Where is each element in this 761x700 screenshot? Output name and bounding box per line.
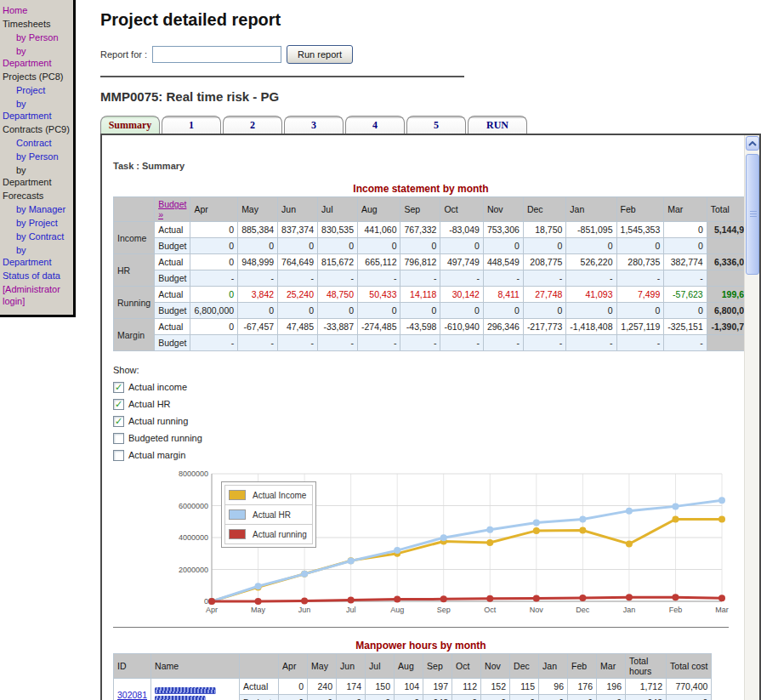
value-cell: - (440, 335, 483, 351)
value-cell: 104 (395, 679, 423, 695)
value-cell: 96 (539, 679, 568, 695)
income-line-chart: 02000000400000060000008000000AprMayJunJu… (173, 470, 739, 622)
tab-run[interactable]: RUN (468, 116, 527, 134)
sidebar-item-home[interactable]: Home (3, 3, 71, 17)
sidebar-item-administrator-login[interactable]: [Administrator login] (3, 282, 71, 308)
tab-2[interactable]: 2 (223, 116, 282, 134)
svg-text:Mar: Mar (715, 606, 729, 614)
checkbox-row-actual-margin[interactable]: Actual margin (113, 447, 729, 464)
checkbox-unchecked-icon[interactable] (113, 450, 124, 461)
person-id-cell: 302081 (114, 679, 151, 700)
report-for-input[interactable] (152, 46, 281, 63)
month-header-dec: Dec (523, 197, 565, 222)
tab-1[interactable]: 1 (162, 116, 221, 134)
legend-entry-actual-running: Actual running (224, 524, 313, 544)
run-report-button[interactable]: Run report (287, 45, 353, 64)
value-cell: 0 (190, 238, 238, 254)
value-cell: - (523, 270, 565, 287)
sidebar-item-by-person[interactable]: by Person (3, 150, 71, 163)
month-header-aug: Aug (358, 197, 400, 222)
svg-text:4000000: 4000000 (179, 533, 208, 542)
checkbox-checked-icon[interactable]: ✓ (113, 416, 124, 427)
sidebar-item-by-project[interactable]: by Project (3, 216, 71, 230)
value-cell: - (318, 335, 358, 351)
svg-text:May: May (251, 606, 266, 614)
value-cell: - (318, 270, 358, 287)
month-header-apr: Apr (190, 197, 238, 222)
value-cell: 0 (190, 287, 238, 303)
checkbox-row-actual-income[interactable]: ✓Actual income (113, 378, 729, 396)
data-point (672, 594, 679, 600)
month-header-may: May (308, 654, 337, 679)
header-divider (100, 76, 464, 77)
budget-link[interactable]: Budget » (158, 199, 186, 219)
panel-content: Task : Summary Income statement by month… (102, 135, 759, 700)
legend-entry-actual-hr: Actual HR (224, 504, 313, 525)
value-cell: - (400, 270, 440, 287)
panel-scrollbar[interactable] (744, 135, 759, 700)
thumb-grip (750, 213, 757, 214)
sidebar-item-by-person[interactable]: by Person (3, 31, 71, 44)
tab-4[interactable]: 4 (345, 116, 405, 134)
month-header-jun: Jun (337, 654, 366, 679)
redacted-name (155, 696, 206, 700)
value-cell: -1,418,408 (566, 319, 616, 335)
scroll-up-button[interactable] (746, 136, 759, 151)
sidebar-item-contract[interactable]: Contract (3, 136, 71, 150)
income-table-title: Income statement by month (113, 183, 729, 195)
data-point (626, 508, 633, 515)
sidebar-item-by-department[interactable]: by Department (3, 44, 71, 70)
value-cell: 152 (481, 679, 510, 695)
svg-text:Oct: Oct (484, 606, 497, 614)
checkbox-row-actual-hr[interactable]: ✓Actual HR (113, 396, 729, 413)
value-cell: 0 (190, 319, 238, 335)
series-line-actual-running (212, 597, 722, 601)
checkbox-checked-icon[interactable]: ✓ (113, 399, 124, 410)
value-cell: 0 (616, 303, 664, 319)
checkbox-row-actual-running[interactable]: ✓Actual running (113, 413, 729, 430)
value-cell: 41,093 (566, 287, 616, 303)
value-cell: - (566, 270, 616, 287)
tab-5[interactable]: 5 (406, 116, 466, 134)
checkbox-checked-icon[interactable]: ✓ (113, 382, 124, 393)
tab-3[interactable]: 3 (284, 116, 344, 134)
tab-summary[interactable]: Summary (100, 116, 160, 134)
value-cell: 3,842 (238, 287, 278, 303)
value-cell: - (664, 270, 707, 287)
show-section: Show: ✓Actual income✓Actual HR✓Actual ru… (113, 365, 729, 464)
value-cell: 196 (597, 679, 626, 695)
sidebar-item-status-of-data[interactable]: Status of data (3, 269, 71, 282)
data-point (348, 597, 355, 604)
data-point (440, 534, 447, 541)
month-header-apr: Apr (279, 654, 308, 679)
person-id-link[interactable]: 302081 (117, 690, 147, 700)
value-cell: 0 (318, 303, 358, 319)
data-point (255, 598, 262, 605)
data-point (394, 547, 400, 554)
value-cell: 796,812 (400, 254, 440, 270)
row-sublabel: Actual (155, 287, 190, 303)
value-cell: 0 (510, 695, 539, 700)
value-cell: 0 (523, 238, 565, 254)
value-cell: 0 (395, 695, 423, 700)
total-cost-cell: 770,400 (667, 679, 712, 695)
data-point (301, 571, 308, 578)
value-cell: 6,800,000 (190, 303, 238, 319)
data-point (486, 539, 493, 546)
scrollbar-thumb[interactable] (746, 154, 759, 275)
sidebar-item-project[interactable]: Project (3, 83, 71, 97)
sidebar-item-by-contract[interactable]: by Contract (3, 230, 71, 243)
value-cell: 0 (190, 222, 238, 238)
value-cell: 1,545,353 (616, 222, 664, 238)
data-point (672, 503, 679, 509)
checkbox-row-budgeted-running[interactable]: Budgeted running (113, 430, 729, 447)
sidebar-item-by-manager[interactable]: by Manager (3, 202, 71, 216)
data-point (718, 516, 725, 523)
value-cell: 753,306 (483, 222, 523, 238)
checkbox-unchecked-icon[interactable] (113, 433, 124, 444)
sidebar-item-by-department[interactable]: by Department (3, 97, 71, 122)
sidebar-item-contracts-pc9: Contracts (PC9) (3, 122, 71, 136)
data-point (301, 597, 308, 604)
task-label: Task : Summary (113, 161, 729, 171)
sidebar-item-by-department[interactable]: by Department (3, 243, 71, 269)
